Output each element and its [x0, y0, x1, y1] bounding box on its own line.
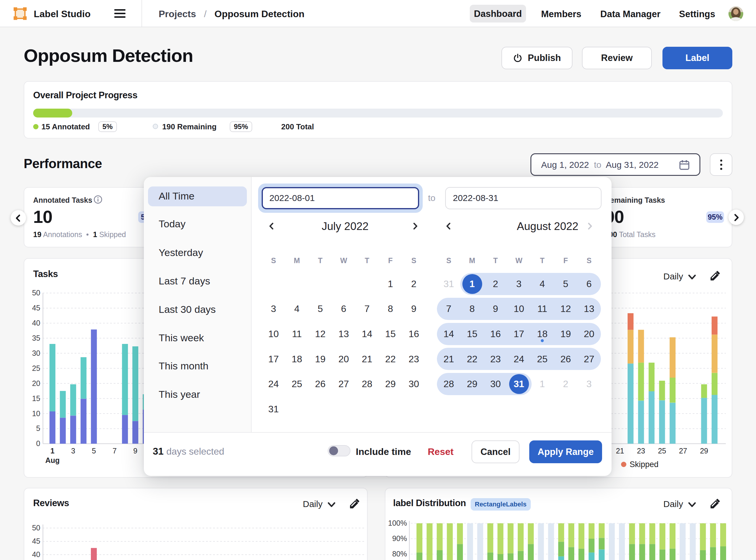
svg-text:45: 45 [32, 304, 40, 312]
svg-text:0: 0 [36, 439, 40, 447]
svg-text:5: 5 [92, 447, 96, 455]
svg-text:5: 5 [36, 424, 40, 433]
svg-text:20: 20 [32, 379, 40, 387]
svg-text:21: 21 [616, 447, 624, 455]
svg-text:3: 3 [71, 447, 75, 455]
svg-text:40: 40 [32, 550, 40, 559]
svg-text:25: 25 [658, 447, 666, 455]
svg-text:40: 40 [32, 319, 40, 327]
svg-text:9: 9 [133, 447, 137, 455]
svg-text:10: 10 [32, 409, 40, 418]
svg-text:1: 1 [50, 447, 55, 455]
svg-text:45: 45 [32, 537, 40, 545]
svg-text:Aug: Aug [45, 456, 60, 464]
svg-text:23: 23 [637, 447, 645, 455]
svg-text:7: 7 [113, 447, 117, 455]
svg-text:35: 35 [32, 334, 40, 342]
svg-text:100%: 100% [388, 519, 407, 527]
svg-text:29: 29 [700, 447, 708, 455]
svg-text:25: 25 [32, 364, 40, 372]
svg-text:80%: 80% [392, 549, 407, 558]
svg-text:Skipped: Skipped [630, 460, 659, 469]
svg-text:50: 50 [32, 288, 40, 297]
svg-text:30: 30 [32, 349, 40, 357]
svg-text:50: 50 [32, 524, 40, 532]
svg-text:90%: 90% [392, 534, 407, 542]
svg-text:15: 15 [32, 394, 40, 402]
svg-text:27: 27 [679, 447, 687, 455]
